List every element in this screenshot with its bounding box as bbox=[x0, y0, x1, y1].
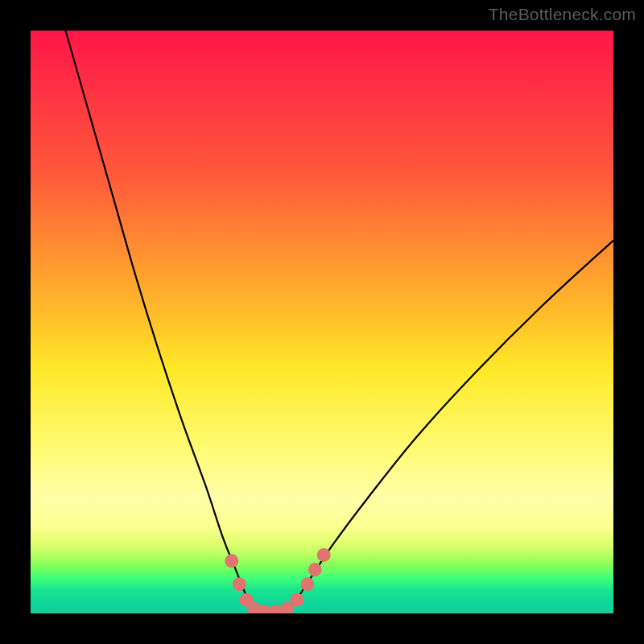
curve-marker bbox=[269, 605, 283, 613]
curve-marker bbox=[239, 593, 253, 607]
curve-marker bbox=[280, 602, 294, 613]
curve-marker bbox=[225, 554, 238, 568]
bottleneck-curve bbox=[65, 31, 613, 613]
curve-marker bbox=[233, 577, 246, 591]
plot-area bbox=[31, 31, 613, 613]
curve-marker bbox=[300, 577, 314, 591]
watermark-label: TheBottleneck.com bbox=[489, 5, 636, 24]
chart-frame: TheBottleneck.com bbox=[0, 0, 644, 644]
curve-marker bbox=[257, 605, 270, 613]
curve-marker bbox=[308, 563, 322, 576]
curve-marker bbox=[290, 593, 303, 607]
curve-marker bbox=[317, 548, 331, 562]
curve-marker bbox=[247, 602, 261, 613]
curve-layer bbox=[31, 31, 613, 613]
